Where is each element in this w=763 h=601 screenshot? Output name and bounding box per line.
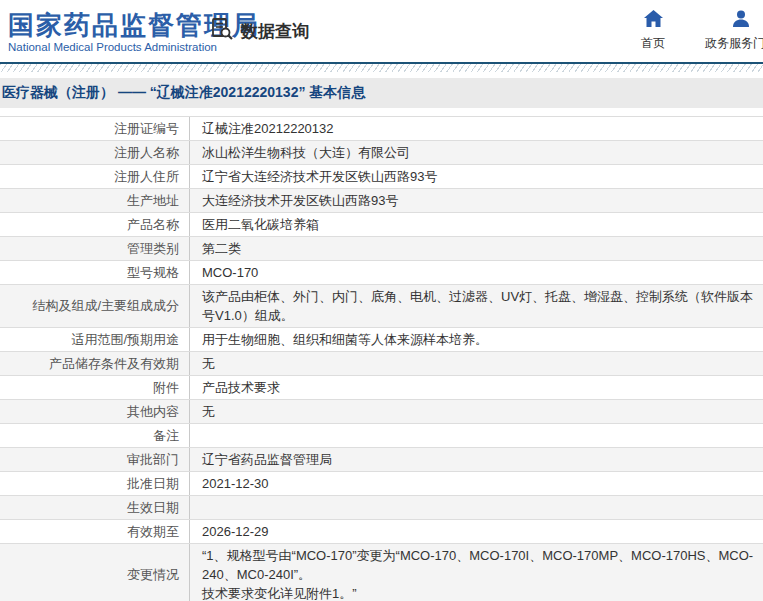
row-value: 无 xyxy=(190,400,763,423)
row-label: 注册人住所 xyxy=(0,165,190,188)
data-query-label: 数据查询 xyxy=(241,20,309,43)
row-label: 有效期至 xyxy=(0,520,190,543)
nav-item-home[interactable]: 首页 xyxy=(629,10,677,52)
row-label: 型号规格 xyxy=(0,261,190,284)
row-label-text: 批准日期 xyxy=(127,475,179,493)
row-label: 变更情况 xyxy=(0,544,190,601)
nav-item-portal[interactable]: 政务服务门户 xyxy=(705,10,763,52)
hatched-band xyxy=(0,64,763,72)
row-label-text: 变更情况 xyxy=(127,566,179,584)
table-row: 批准日期2021-12-30 xyxy=(0,472,763,496)
row-label: 适用范围/预期用途 xyxy=(0,328,190,351)
table-row: 生产地址大连经济技术开发区铁山西路93号 xyxy=(0,189,763,213)
row-label-text: 产品名称 xyxy=(127,216,179,234)
row-label: 注册证编号 xyxy=(0,117,190,140)
row-label: 批准日期 xyxy=(0,472,190,495)
table-row: 其他内容无 xyxy=(0,400,763,424)
table-row: 产品储存条件及有效期无 xyxy=(0,352,763,376)
row-label-text: 生效日期 xyxy=(127,499,179,517)
table-row: 有效期至2026-12-29 xyxy=(0,520,763,544)
row-value: 2021-12-30 xyxy=(190,472,763,495)
row-value: 医用二氧化碳培养箱 xyxy=(190,213,763,236)
row-label-text: 备注 xyxy=(153,427,179,445)
home-icon xyxy=(644,10,663,31)
row-value xyxy=(190,496,763,519)
row-label: 备注 xyxy=(0,424,190,447)
data-query-section[interactable]: 数据查询 xyxy=(210,17,309,45)
table-row: 管理类别第二类 xyxy=(0,237,763,261)
table-row: 审批部门辽宁省药品监督管理局 xyxy=(0,448,763,472)
row-label-text: 有效期至 xyxy=(127,523,179,541)
row-label-text: 适用范围/预期用途 xyxy=(71,331,179,349)
page-header: 国家药品监督管理局 National Medical Products Admi… xyxy=(0,0,763,62)
table-row: 生效日期 xyxy=(0,496,763,520)
row-label-text: 注册人住所 xyxy=(114,168,179,186)
row-label: 生产地址 xyxy=(0,189,190,212)
table-row: 结构及组成/主要组成成分该产品由柜体、外门、内门、底角、电机、过滤器、UV灯、托… xyxy=(0,285,763,328)
row-label-text: 附件 xyxy=(153,379,179,397)
table-row: 注册人名称冰山松洋生物科技（大连）有限公司 xyxy=(0,141,763,165)
row-label-text: 结构及组成/主要组成成分 xyxy=(32,297,179,315)
row-value: 该产品由柜体、外门、内门、底角、电机、过滤器、UV灯、托盘、增湿盘、控制系统（软… xyxy=(190,285,763,327)
nav-portal-label: 政务服务门户 xyxy=(705,35,763,52)
row-value: 用于生物细胞、组织和细菌等人体来源样本培养。 xyxy=(190,328,763,351)
row-value: 冰山松洋生物科技（大连）有限公司 xyxy=(190,141,763,164)
table-row: 备注 xyxy=(0,424,763,448)
row-value: 2026-12-29 xyxy=(190,520,763,543)
row-value: 辽械注准20212220132 xyxy=(190,117,763,140)
row-label-text: 生产地址 xyxy=(127,192,179,210)
row-label: 其他内容 xyxy=(0,400,190,423)
row-value: MCO-170 xyxy=(190,261,763,284)
user-icon xyxy=(732,10,750,31)
data-query-icon xyxy=(210,17,234,45)
row-value: 辽宁省药品监督管理局 xyxy=(190,448,763,471)
row-label: 审批部门 xyxy=(0,448,190,471)
row-label: 附件 xyxy=(0,376,190,399)
row-label-text: 其他内容 xyxy=(127,403,179,421)
row-label-text: 审批部门 xyxy=(127,451,179,469)
row-value: 第二类 xyxy=(190,237,763,260)
row-value xyxy=(190,424,763,447)
row-label-text: 注册证编号 xyxy=(114,120,179,138)
breadcrumb: 医疗器械（注册） —— “辽械注准20212220132” 基本信息 xyxy=(0,78,763,108)
table-row: 产品名称医用二氧化碳培养箱 xyxy=(0,213,763,237)
table-row: 注册人住所辽宁省大连经济技术开发区铁山西路93号 xyxy=(0,165,763,189)
table-row: 变更情况“1、规格型号由“MCO-170”变更为“MCO-170、MCO-170… xyxy=(0,544,763,601)
row-value: 产品技术要求 xyxy=(190,376,763,399)
row-label: 注册人名称 xyxy=(0,141,190,164)
row-value: 大连经济技术开发区铁山西路93号 xyxy=(190,189,763,212)
row-label: 产品储存条件及有效期 xyxy=(0,352,190,375)
row-value: 辽宁省大连经济技术开发区铁山西路93号 xyxy=(190,165,763,188)
row-label: 产品名称 xyxy=(0,213,190,236)
row-label-text: 产品储存条件及有效期 xyxy=(49,355,179,373)
row-label: 结构及组成/主要组成成分 xyxy=(0,285,190,327)
info-table: 注册证编号辽械注准20212220132注册人名称冰山松洋生物科技（大连）有限公… xyxy=(0,116,763,601)
row-label: 生效日期 xyxy=(0,496,190,519)
row-label-text: 注册人名称 xyxy=(114,144,179,162)
row-label-text: 型号规格 xyxy=(127,264,179,282)
nav-home-label: 首页 xyxy=(641,35,665,52)
row-value: “1、规格型号由“MCO-170”变更为“MCO-170、MCO-170I、MC… xyxy=(190,544,763,601)
table-row: 适用范围/预期用途用于生物细胞、组织和细菌等人体来源样本培养。 xyxy=(0,328,763,352)
table-row: 附件产品技术要求 xyxy=(0,376,763,400)
table-row: 型号规格MCO-170 xyxy=(0,261,763,285)
row-label: 管理类别 xyxy=(0,237,190,260)
row-label-text: 管理类别 xyxy=(127,240,179,258)
row-value: 无 xyxy=(190,352,763,375)
top-nav: 首页 政务服务门户 xyxy=(629,10,763,52)
table-row: 注册证编号辽械注准20212220132 xyxy=(0,117,763,141)
